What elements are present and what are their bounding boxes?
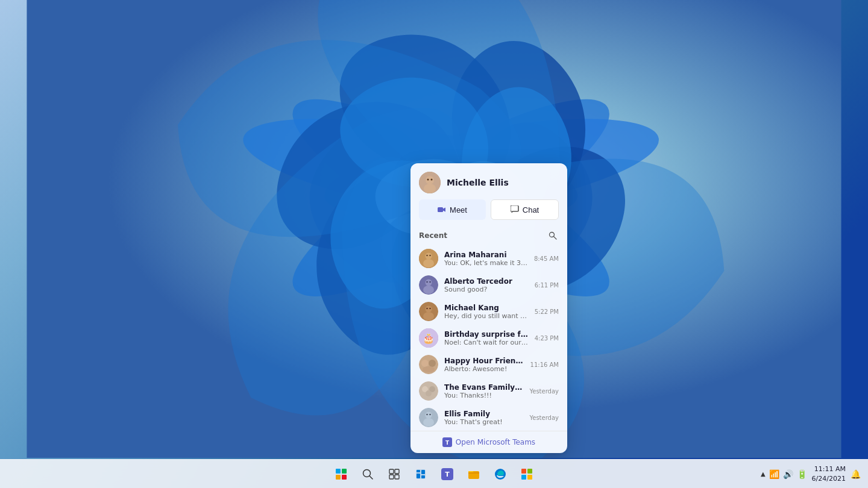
- conv-name: Birthday surprise for Mum: [444, 330, 529, 339]
- date-display: 6/24/2021: [812, 474, 846, 483]
- svg-point-34: [421, 360, 429, 367]
- task-view-button[interactable]: [382, 462, 406, 486]
- svg-rect-50: [389, 469, 394, 474]
- conv-preview: Alberto: Awesome!: [444, 365, 524, 373]
- desktop: Michelle Ellis Meet Chat Recent: [0, 0, 868, 488]
- conversation-item[interactable]: The Evans Family of Supers You: Thanks!!…: [410, 378, 567, 404]
- conv-info: Arina Maharani You: OK, let's make it 3:…: [444, 251, 528, 267]
- open-teams-label: Open Microsoft Teams: [456, 438, 535, 446]
- system-tray: ▲ 📶 🔊 🔋 11:11 AM 6/24/2021 🔔: [761, 465, 861, 483]
- svg-point-8: [426, 176, 434, 184]
- meet-button[interactable]: Meet: [419, 199, 486, 220]
- file-explorer-icon: [468, 468, 480, 480]
- datetime-display[interactable]: 11:11 AM 6/24/2021: [812, 465, 846, 483]
- recent-header: Recent: [410, 227, 567, 245]
- svg-point-24: [426, 281, 427, 283]
- search-button[interactable]: [356, 462, 380, 486]
- conv-info: Michael Kang Hey, did you still want to …: [444, 304, 529, 320]
- teams-icon: T: [442, 437, 452, 447]
- file-explorer-button[interactable]: [462, 462, 486, 486]
- start-button[interactable]: [329, 462, 353, 486]
- svg-point-23: [423, 286, 434, 294]
- search-button[interactable]: [547, 230, 559, 242]
- conv-avatar: [419, 355, 438, 374]
- task-view-icon: [389, 469, 400, 480]
- battery-icon[interactable]: 🔋: [797, 469, 807, 479]
- conv-avatar: [419, 302, 438, 321]
- conv-info: Alberto Tercedor Sound good?: [444, 277, 529, 293]
- conv-info: The Evans Family of Supers You: Thanks!!…: [444, 383, 523, 399]
- notification-button[interactable]: 🔔: [851, 469, 861, 479]
- conversations-list: Arina Maharani You: OK, let's make it 3:…: [410, 245, 567, 431]
- conversation-item[interactable]: Alberto Tercedor Sound good? 6:11 PM: [410, 272, 567, 298]
- flyout-action-buttons: Meet Chat: [410, 199, 567, 227]
- user-avatar: [419, 172, 441, 193]
- windows-logo-icon: [336, 469, 347, 480]
- video-icon: [438, 205, 446, 214]
- svg-point-27: [426, 306, 432, 313]
- conv-preview: Noel: Can't wait for our next catch up!: [444, 339, 529, 346]
- tray-overflow-button[interactable]: ▲: [761, 471, 766, 477]
- svg-rect-52: [389, 475, 394, 479]
- conv-preview: You: That's great!: [444, 418, 523, 426]
- conv-avatar: [419, 408, 438, 427]
- conversation-item[interactable]: Arina Maharani You: OK, let's make it 3:…: [410, 245, 567, 272]
- conv-avatar: [419, 275, 438, 295]
- svg-point-20: [429, 255, 430, 256]
- conv-preview: You: Thanks!!!: [444, 392, 523, 399]
- conv-name: Happy Hour Friends: [444, 357, 524, 365]
- conversation-item[interactable]: 🎂 Birthday surprise for Mum Noel: Can't …: [410, 325, 567, 351]
- taskbar-center: T: [329, 462, 539, 486]
- svg-point-44: [426, 414, 427, 415]
- conv-preview: Sound good?: [444, 286, 529, 293]
- svg-line-15: [554, 237, 557, 240]
- volume-icon[interactable]: 🔊: [783, 469, 793, 479]
- edge-button[interactable]: [488, 462, 512, 486]
- svg-rect-66: [527, 475, 532, 480]
- conv-avatar: [419, 381, 438, 401]
- conv-name: Arina Maharani: [444, 251, 528, 259]
- wifi-icon[interactable]: 📶: [769, 469, 779, 479]
- conv-name: Alberto Tercedor: [444, 277, 529, 286]
- svg-rect-63: [521, 469, 526, 474]
- svg-rect-55: [417, 470, 420, 472]
- svg-text:T: T: [445, 440, 450, 446]
- svg-point-10: [427, 179, 429, 181]
- svg-text:🎂: 🎂: [423, 333, 435, 344]
- svg-line-49: [370, 476, 373, 479]
- teams-chat-icon: T: [441, 468, 453, 480]
- conv-info: Ellis Family You: That's great!: [444, 410, 523, 426]
- svg-rect-58: [421, 475, 425, 478]
- svg-point-42: [426, 412, 432, 419]
- conv-info: Happy Hour Friends Alberto: Awesome!: [444, 357, 524, 373]
- conv-time: 8:45 AM: [534, 255, 559, 262]
- conversation-item[interactable]: Michael Kang Hey, did you still want to …: [410, 298, 567, 325]
- svg-point-25: [429, 281, 430, 283]
- conversation-item[interactable]: Ellis Family You: That's great! Yesterda…: [410, 404, 567, 431]
- svg-point-17: [426, 253, 432, 260]
- svg-point-18: [423, 259, 434, 267]
- tray-icons: ▲ 📶 🔊 🔋: [761, 469, 807, 479]
- svg-point-36: [423, 366, 435, 372]
- conv-time: 11:16 AM: [530, 361, 559, 368]
- svg-point-22: [426, 280, 432, 286]
- conversation-item[interactable]: Happy Hour Friends Alberto: Awesome! 11:…: [410, 351, 567, 378]
- chat-button[interactable]: Chat: [491, 199, 559, 220]
- store-button[interactable]: [515, 462, 539, 486]
- store-icon: [521, 468, 533, 480]
- svg-point-11: [431, 179, 433, 181]
- widgets-button[interactable]: [409, 462, 433, 486]
- conv-name: Ellis Family: [444, 410, 523, 418]
- svg-rect-13: [511, 205, 518, 211]
- taskbar: T: [0, 459, 868, 488]
- conv-time: 6:11 PM: [535, 282, 559, 289]
- conv-preview: You: OK, let's make it 3:00.: [444, 259, 528, 267]
- teams-chat-button[interactable]: T: [435, 462, 459, 486]
- conv-info: Birthday surprise for Mum Noel: Can't wa…: [444, 330, 529, 346]
- open-teams-button[interactable]: T Open Microsoft Teams: [410, 431, 567, 453]
- chat-icon: [511, 205, 519, 214]
- svg-rect-65: [521, 475, 526, 480]
- conv-preview: Hey, did you still want to borrow the no…: [444, 312, 529, 320]
- conv-time: Yesterday: [529, 414, 559, 421]
- recent-label: Recent: [419, 231, 447, 240]
